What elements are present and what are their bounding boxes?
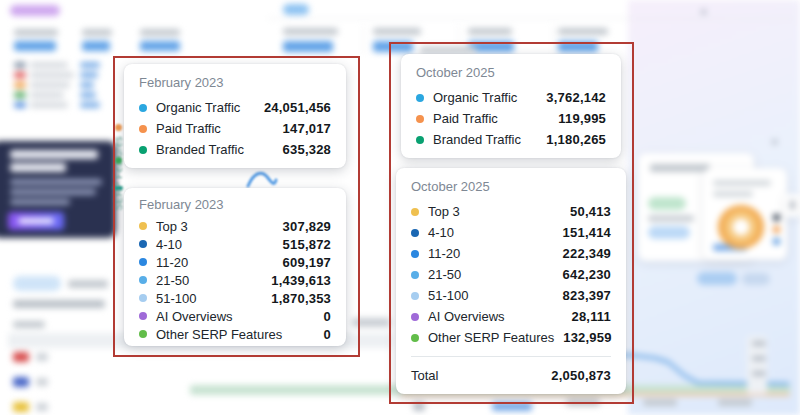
tooltip-oct-positions: October 2025 Top 3 50,413 4-10 151,414 1… — [396, 168, 626, 394]
branded-traffic-dot — [139, 146, 147, 154]
row-label: 11-20 — [428, 246, 460, 261]
pos-4-10-dot — [411, 229, 419, 237]
organic-traffic-dot — [416, 94, 424, 102]
row-label: 51-100 — [156, 291, 196, 306]
tooltip-title: February 2023 — [139, 197, 331, 212]
row-value: 132,959 — [563, 330, 611, 345]
row-value: 635,328 — [283, 142, 331, 157]
row-label: Top 3 — [428, 204, 460, 219]
row-value: 515,872 — [283, 237, 331, 252]
tooltip-row: AI Overviews 0 — [139, 307, 331, 325]
row-value: 151,414 — [563, 225, 611, 240]
tooltip-row: Branded Traffic 635,328 — [139, 139, 331, 160]
tooltip-row: 4-10 515,872 — [139, 235, 331, 253]
row-label: Top 3 — [156, 219, 188, 234]
legend-dot-orange — [115, 124, 122, 131]
pos-11-20-dot — [411, 250, 419, 258]
row-label: Organic Traffic — [156, 100, 240, 115]
tooltip-row: Paid Traffic 147,017 — [139, 118, 331, 139]
tooltip-row: AI Overviews 28,111 — [411, 306, 611, 327]
row-value: 609,197 — [283, 255, 331, 270]
total-value: 2,050,873 — [551, 368, 611, 383]
tooltip-feb-traffic: February 2023 Organic Traffic 24,051,456… — [124, 64, 346, 168]
pos-51-100-dot — [411, 292, 419, 300]
chart-line-fragment — [246, 168, 278, 190]
ai-overviews-dot — [411, 313, 419, 321]
tooltip-row: 11-20 609,197 — [139, 253, 331, 271]
tooltip-row: 4-10 151,414 — [411, 222, 611, 243]
tooltip-row: Branded Traffic 1,180,265 — [416, 129, 606, 150]
row-label: Other SERP Features — [156, 327, 282, 342]
row-label: 4-10 — [156, 237, 182, 252]
tooltip-row: Top 3 50,413 — [411, 201, 611, 222]
branded-traffic-dot — [416, 136, 424, 144]
row-value: 1,439,613 — [271, 273, 331, 288]
row-label: 21-50 — [156, 273, 189, 288]
row-label: Other SERP Features — [428, 330, 554, 345]
tooltip-row: Organic Traffic 3,762,142 — [416, 87, 606, 108]
ai-overviews-dot — [139, 312, 147, 320]
row-label: 21-50 — [428, 267, 461, 282]
legend-dot-green — [115, 157, 122, 164]
tooltip-row: Paid Traffic 119,995 — [416, 108, 606, 129]
tooltip-row: Organic Traffic 24,051,456 — [139, 97, 331, 118]
row-label: AI Overviews — [428, 309, 505, 324]
pos-4-10-dot — [139, 240, 147, 248]
other-serp-features-dot — [411, 334, 419, 342]
organic-traffic-dot — [139, 104, 147, 112]
row-value: 0 — [324, 309, 331, 324]
row-value: 307,829 — [283, 219, 331, 234]
tooltip-row: Top 3 307,829 — [139, 217, 331, 235]
row-value: 147,017 — [283, 121, 331, 136]
row-label: Paid Traffic — [156, 121, 221, 136]
pos-51-100-dot — [139, 294, 147, 302]
row-label: Organic Traffic — [433, 90, 517, 105]
total-label: Total — [411, 368, 438, 383]
other-serp-features-dot — [139, 330, 147, 338]
row-value: 1,870,353 — [271, 291, 331, 306]
tooltip-row: Other SERP Features 0 — [139, 325, 331, 343]
row-value: 50,413 — [570, 204, 611, 219]
row-label: 51-100 — [428, 288, 468, 303]
pos-21-50-dot — [411, 271, 419, 279]
tooltip-title: February 2023 — [139, 75, 331, 90]
row-label: AI Overviews — [156, 309, 233, 324]
row-value: 119,995 — [558, 111, 606, 126]
row-value: 823,397 — [563, 288, 611, 303]
top3-dot — [139, 222, 147, 230]
row-label: 11-20 — [156, 255, 188, 270]
tooltip-oct-traffic: October 2025 Organic Traffic 3,762,142 P… — [401, 54, 621, 158]
row-value: 222,349 — [563, 246, 611, 261]
row-value: 642,230 — [563, 267, 611, 282]
pos-11-20-dot — [139, 258, 147, 266]
paid-traffic-dot — [139, 125, 147, 133]
pos-21-50-dot — [139, 276, 147, 284]
tooltip-title: October 2025 — [411, 179, 611, 194]
tooltip-row: Other SERP Features 132,959 — [411, 327, 611, 348]
row-value: 24,051,456 — [264, 100, 331, 115]
legend-dash-teal — [113, 186, 123, 190]
row-value: 28,111 — [571, 309, 611, 324]
top3-dot — [411, 208, 419, 216]
tooltip-total-row: Total 2,050,873 — [411, 364, 611, 386]
divider — [411, 356, 611, 357]
row-value: 1,180,265 — [546, 132, 606, 147]
tooltip-feb-positions: February 2023 Top 3 307,829 4-10 515,872… — [124, 188, 346, 346]
dashboard-screenshot: ✕ ✕ SERP Features Ja — [0, 0, 800, 415]
row-label: Branded Traffic — [156, 142, 244, 157]
row-label: 4-10 — [428, 225, 454, 240]
tooltip-row: 21-50 642,230 — [411, 264, 611, 285]
tooltip-row: 21-50 1,439,613 — [139, 271, 331, 289]
serp-features-axis-label: SERP Features — [113, 91, 124, 211]
tooltip-row: 11-20 222,349 — [411, 243, 611, 264]
paid-traffic-dot — [416, 115, 424, 123]
row-label: Branded Traffic — [433, 132, 521, 147]
tooltip-title: October 2025 — [416, 65, 606, 80]
row-value: 0 — [324, 327, 331, 342]
row-label: Paid Traffic — [433, 111, 498, 126]
row-value: 3,762,142 — [546, 90, 606, 105]
tooltip-row: 51-100 823,397 — [411, 285, 611, 306]
tooltip-row: 51-100 1,870,353 — [139, 289, 331, 307]
